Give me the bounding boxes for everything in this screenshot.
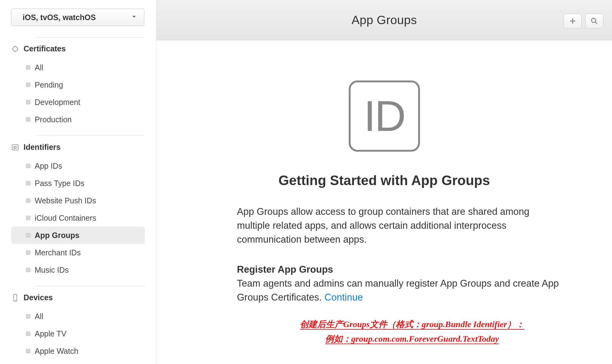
bullet-icon xyxy=(26,117,30,122)
register-block: Register App Groups Team agents and admi… xyxy=(237,263,562,305)
add-button[interactable] xyxy=(564,14,582,28)
register-heading: Register App Groups xyxy=(237,264,333,275)
annotation: 创建后生产Groups文件（格式：group.Bundle Identifier… xyxy=(300,317,524,346)
sidebar: iOS, tvOS, watchOS Certificates xyxy=(0,0,156,364)
sidebar-item-cert-pending[interactable]: Pending xyxy=(11,76,145,93)
sidebar-item-label: Pass Type IDs xyxy=(35,179,85,188)
sidebar-item-label: Development xyxy=(35,98,80,107)
sidebar-item-cert-all[interactable]: All xyxy=(11,59,145,76)
section-title: Devices xyxy=(24,293,53,302)
bullet-icon xyxy=(26,349,30,353)
sidebar-item-label: Merchant IDs xyxy=(35,248,81,257)
sidebar-item-devices-all[interactable]: All xyxy=(11,308,145,325)
sidebar-item-label: Production xyxy=(35,115,72,124)
sidebar-item-ipad[interactable]: iPad xyxy=(11,360,145,364)
section-header-devices: Devices xyxy=(11,293,145,302)
section-title: Identifiers xyxy=(24,143,60,152)
svg-text:ID: ID xyxy=(13,145,17,150)
bullet-icon xyxy=(26,314,30,318)
devices-icon xyxy=(11,294,19,302)
continue-link[interactable]: Continue xyxy=(325,292,363,303)
sidebar-item-label: All xyxy=(35,312,43,321)
sidebar-item-app-ids[interactable]: App IDs xyxy=(11,157,145,175)
bullet-icon xyxy=(26,332,30,336)
annotation-line-1: 创建后生产Groups文件（格式：group.Bundle Identifier… xyxy=(300,317,524,332)
main-panel: App Groups ID Getting Star xyxy=(156,0,612,364)
section-devices: Devices All Apple TV Apple Watch iPad xyxy=(11,293,145,364)
sidebar-item-music-ids[interactable]: Music IDs xyxy=(11,261,145,279)
sidebar-item-label: Pending xyxy=(35,80,63,89)
section-header-identifiers: ID Identifiers xyxy=(11,143,145,152)
certificates-icon xyxy=(11,45,19,53)
bullet-icon xyxy=(26,198,30,203)
id-badge-text: ID xyxy=(364,91,405,141)
main-header: App Groups xyxy=(156,0,612,40)
sidebar-item-label: App IDs xyxy=(35,162,62,171)
bullet-icon xyxy=(26,83,30,87)
bullet-icon xyxy=(26,164,30,168)
section-certificates: Certificates All Pending Development Pr xyxy=(11,44,145,128)
bullet-icon xyxy=(26,216,30,220)
identifiers-icon: ID xyxy=(11,143,19,151)
register-body: Team agents and admins can manually regi… xyxy=(237,278,559,303)
hero-description: App Groups allow access to group contain… xyxy=(237,205,562,247)
sidebar-item-pass-type-ids[interactable]: Pass Type IDs xyxy=(11,175,145,192)
divider xyxy=(36,37,145,37)
section-title: Certificates xyxy=(24,44,66,53)
sidebar-item-merchant-ids[interactable]: Merchant IDs xyxy=(11,244,145,261)
annotation-line-2: 例如：group.com.com.ForeverGuard.TextToday xyxy=(300,332,524,346)
page-title: App Groups xyxy=(352,13,417,27)
section-identifiers: ID Identifiers App IDs Pass Type IDs Web… xyxy=(11,143,145,279)
sidebar-item-label: App Groups xyxy=(35,231,79,240)
sidebar-item-cert-production[interactable]: Production xyxy=(11,111,145,128)
sidebar-item-icloud-containers[interactable]: iCloud Containers xyxy=(11,209,145,227)
plus-icon xyxy=(569,17,577,25)
platform-selector-label: iOS, tvOS, watchOS xyxy=(23,13,96,22)
sidebar-item-label: Music IDs xyxy=(35,266,69,275)
divider xyxy=(36,286,145,286)
sidebar-item-label: Apple TV xyxy=(35,329,66,338)
sidebar-item-website-push-ids[interactable]: Website Push IDs xyxy=(11,192,145,209)
platform-selector[interactable]: iOS, tvOS, watchOS xyxy=(11,9,144,26)
bullet-icon xyxy=(26,250,30,255)
search-button[interactable] xyxy=(585,14,603,28)
id-badge: ID xyxy=(349,80,420,152)
bullet-icon xyxy=(26,181,30,185)
search-icon xyxy=(590,17,598,25)
app-root: iOS, tvOS, watchOS Certificates xyxy=(0,0,612,364)
svg-point-0 xyxy=(13,46,17,51)
sidebar-item-apple-watch[interactable]: Apple Watch xyxy=(11,342,145,360)
hero-title: Getting Started with App Groups xyxy=(278,173,490,188)
divider xyxy=(36,136,145,136)
sidebar-item-label: Apple Watch xyxy=(35,347,78,356)
chevron-down-icon xyxy=(132,14,137,21)
bullet-icon xyxy=(26,65,30,70)
sidebar-item-apple-tv[interactable]: Apple TV xyxy=(11,325,145,342)
section-header-certificates: Certificates xyxy=(11,44,145,53)
main-body: ID Getting Started with App Groups App G… xyxy=(156,40,612,364)
svg-point-4 xyxy=(15,300,15,300)
bullet-icon xyxy=(26,233,30,237)
sidebar-item-label: Website Push IDs xyxy=(35,196,96,205)
sidebar-item-cert-development[interactable]: Development xyxy=(11,93,145,111)
sidebar-item-label: iCloud Containers xyxy=(35,214,96,223)
header-tools xyxy=(564,14,603,28)
bullet-icon xyxy=(26,268,30,272)
bullet-icon xyxy=(26,100,30,104)
sidebar-item-app-groups[interactable]: App Groups xyxy=(11,227,145,244)
svg-point-5 xyxy=(592,18,596,23)
sidebar-item-label: All xyxy=(35,63,43,72)
